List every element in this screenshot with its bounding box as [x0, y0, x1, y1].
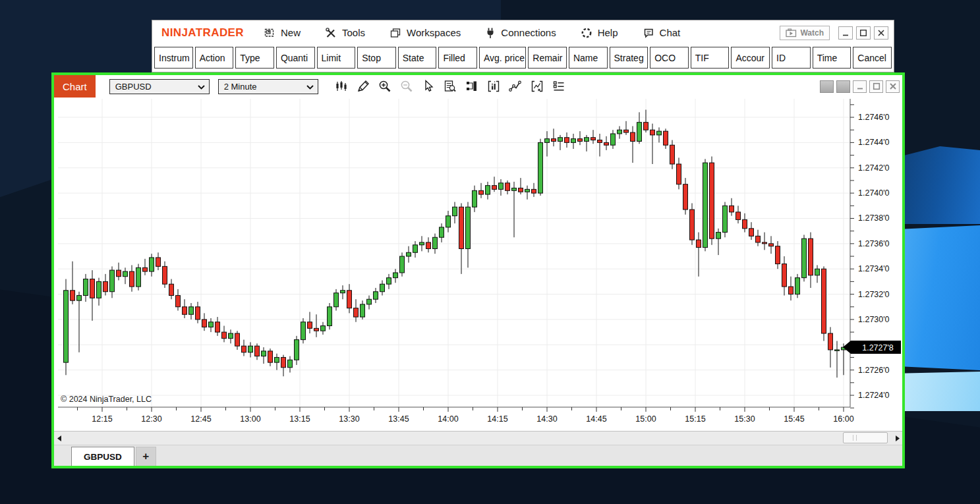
menu-item-tools[interactable]: Tools: [325, 27, 365, 39]
scroll-left-arrow-icon[interactable]: [54, 432, 65, 445]
candle-down: [776, 246, 780, 264]
price-tick-label: 1.2742'0: [858, 163, 890, 173]
candle-down: [743, 219, 747, 228]
close-button[interactable]: [874, 26, 888, 40]
ninjatrader-logo: NINJATRADER: [161, 26, 244, 40]
candle-down: [156, 258, 161, 266]
scrollbar-thumb[interactable]: [843, 432, 888, 443]
orders-column-quanti[interactable]: Quanti: [276, 47, 315, 69]
menu-item-workspaces[interactable]: Workspaces: [389, 27, 461, 39]
candle-down: [604, 142, 609, 145]
orders-column-oco[interactable]: OCO: [650, 47, 689, 69]
chart-style-icon[interactable]: [333, 78, 350, 95]
chart-minimize-button[interactable]: [853, 80, 867, 93]
orders-column-accour[interactable]: Accour: [731, 47, 770, 69]
orders-column-limit[interactable]: Limit: [317, 47, 356, 69]
interval-dropdown[interactable]: 2 Minute: [218, 79, 318, 94]
candle-up: [360, 304, 365, 317]
orders-column-filled[interactable]: Filled: [438, 47, 477, 69]
orders-column-id[interactable]: ID: [772, 47, 811, 69]
watch-label: Watch: [800, 28, 824, 38]
strategies-icon[interactable]: [529, 78, 546, 95]
time-tick-label: 14:30: [536, 414, 557, 424]
new-window-icon: [264, 27, 275, 39]
price-tick-label: 1.2734'0: [858, 264, 890, 273]
candle-down: [235, 333, 240, 346]
orders-column-time[interactable]: Time: [813, 47, 851, 69]
draw-icon[interactable]: [355, 78, 372, 95]
time-tick-label: 15:30: [734, 414, 755, 424]
candle-up: [374, 292, 378, 300]
zoom-in-icon[interactable]: [377, 78, 393, 95]
menu-item-help[interactable]: Help: [581, 27, 618, 39]
candle-down: [598, 140, 602, 143]
candle-down: [347, 291, 352, 308]
candle-down: [308, 322, 312, 329]
candle-down: [710, 163, 714, 238]
indicators-icon[interactable]: [486, 78, 502, 95]
data-box-icon[interactable]: [442, 78, 459, 95]
menu-item-new[interactable]: New: [264, 27, 301, 39]
minimize-icon: [841, 28, 850, 38]
candle-down: [216, 322, 220, 332]
orders-column-stop[interactable]: Stop: [357, 47, 396, 69]
menu-item-chat[interactable]: Chat: [643, 27, 681, 39]
inactive-button[interactable]: [836, 80, 850, 93]
chart-close-button[interactable]: [886, 80, 900, 93]
orders-column-remair[interactable]: Remair: [528, 47, 567, 69]
scrollbar-track[interactable]: [65, 432, 892, 445]
chart-horizontal-scrollbar[interactable]: [54, 431, 902, 445]
candle-up: [64, 291, 69, 362]
candle-down: [169, 284, 174, 295]
candle-down: [756, 236, 761, 242]
order-entry-icon[interactable]: [464, 78, 480, 95]
candle-up: [84, 279, 88, 296]
candle-up: [703, 163, 708, 248]
orders-column-state[interactable]: State: [398, 47, 437, 69]
watch-button[interactable]: Watch: [780, 26, 830, 40]
candle-up: [618, 130, 622, 134]
zoom-out-icon[interactable]: [399, 78, 415, 95]
candle-up: [802, 238, 807, 277]
candle-down: [789, 287, 793, 294]
time-tick-label: 13:00: [240, 414, 260, 424]
properties-icon[interactable]: [551, 78, 567, 95]
orders-column-strateg[interactable]: Strateg: [610, 47, 649, 69]
orders-column-tif[interactable]: TIF: [691, 47, 730, 69]
candle-down: [763, 242, 767, 244]
inactive-button[interactable]: [820, 80, 834, 93]
scroll-right-arrow-icon[interactable]: [892, 432, 902, 445]
candle-down: [103, 281, 108, 291]
orders-column-name[interactable]: Name: [569, 47, 608, 69]
candle-down: [268, 351, 273, 362]
candle-up: [413, 245, 418, 253]
candle-down: [176, 295, 181, 306]
time-tick-label: 13:15: [289, 414, 310, 424]
chevron-down-icon: [306, 82, 314, 92]
cursor-icon[interactable]: [420, 78, 437, 95]
candle-down: [697, 240, 701, 248]
orders-column-action[interactable]: Action: [195, 47, 234, 69]
candle-down: [532, 189, 536, 193]
candle-down: [552, 139, 556, 142]
candle-up: [637, 123, 642, 142]
candle-up: [136, 267, 141, 287]
drawing-line-icon[interactable]: [507, 78, 524, 95]
price-tick-label: 1.2740'0: [858, 188, 890, 198]
instrument-dropdown[interactable]: GBPUSD: [109, 79, 210, 94]
candle-up: [400, 256, 405, 273]
candle-down: [591, 138, 596, 140]
orders-column-cancel[interactable]: Cancel: [853, 47, 892, 69]
orders-column-type[interactable]: Type: [235, 47, 274, 69]
tab-gbpusd[interactable]: GBPUSD: [71, 447, 134, 466]
orders-column-instrum[interactable]: Instrum: [154, 47, 193, 69]
main-window-controls: Watch: [780, 26, 888, 40]
chart-maximize-button[interactable]: [869, 80, 883, 93]
candle-up: [716, 233, 721, 239]
orders-column-avg-price[interactable]: Avg. price: [479, 47, 526, 69]
candlestick-chart[interactable]: 1.2746'01.2744'01.2742'01.2740'01.2738'0…: [54, 98, 902, 431]
maximize-button[interactable]: [856, 26, 871, 40]
minimize-button[interactable]: [838, 26, 853, 40]
add-tab-button[interactable]: +: [136, 447, 156, 466]
menu-item-connections[interactable]: Connections: [485, 27, 556, 39]
